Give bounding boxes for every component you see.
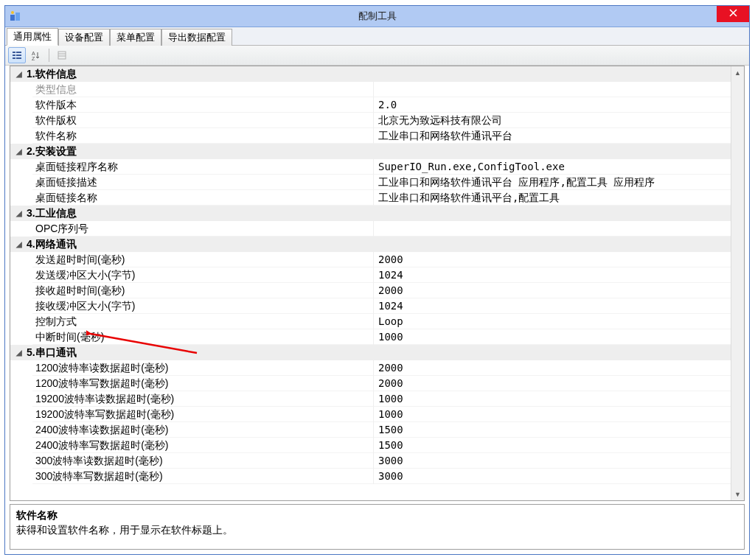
collapse-icon[interactable]: ◢ bbox=[10, 206, 24, 221]
toolbar-separator bbox=[49, 49, 49, 62]
svg-text:A: A bbox=[32, 51, 35, 56]
svg-text:Z: Z bbox=[32, 56, 35, 60]
property-label: 300波特率写数据超时(毫秒) bbox=[32, 469, 374, 484]
property-value[interactable]: 1000 bbox=[374, 391, 731, 407]
collapse-icon[interactable]: ◢ bbox=[10, 345, 24, 360]
property-row[interactable]: 300波特率读数据超时(毫秒)3000 bbox=[10, 453, 731, 469]
category-header[interactable]: ◢1.软件信息 bbox=[10, 66, 731, 82]
property-row[interactable]: 19200波特率写数据超时(毫秒)1000 bbox=[10, 407, 731, 422]
property-grid-body[interactable]: ◢1.软件信息类型信息软件版本2.0软件版权北京无为致远科技有限公司软件名称工业… bbox=[10, 66, 731, 500]
tab-general[interactable]: 通用属性 bbox=[7, 28, 58, 46]
svg-rect-7 bbox=[13, 57, 15, 59]
property-value[interactable]: 2000 bbox=[374, 283, 731, 298]
tab-bar: 通用属性 设备配置 菜单配置 导出数据配置 bbox=[5, 27, 749, 46]
property-row[interactable]: 接收超时时间(毫秒)2000 bbox=[10, 283, 731, 298]
category-header[interactable]: ◢2.安装设置 bbox=[10, 144, 731, 159]
property-label: 软件版权 bbox=[32, 113, 374, 128]
property-label: 中断时间(毫秒) bbox=[32, 329, 374, 345]
property-value[interactable]: 3000 bbox=[374, 453, 731, 469]
app-window: 配制工具 通用属性 设备配置 菜单配置 导出数据配置 A Z bbox=[4, 5, 750, 555]
category-header[interactable]: ◢3.工业信息 bbox=[10, 206, 731, 221]
property-value[interactable]: 北京无为致远科技有限公司 bbox=[374, 113, 731, 128]
property-row[interactable]: OPC序列号 bbox=[10, 221, 731, 237]
property-label: 桌面链接名称 bbox=[32, 190, 374, 206]
property-value[interactable] bbox=[374, 221, 731, 237]
tab-menu-label: 菜单配置 bbox=[116, 32, 155, 43]
category-label: 4.网络通讯 bbox=[24, 237, 373, 252]
property-row[interactable]: 发送超时时间(毫秒)2000 bbox=[10, 252, 731, 267]
vertical-scrollbar[interactable]: ▲ ▼ bbox=[731, 66, 744, 500]
svg-point-2 bbox=[11, 11, 14, 14]
tab-general-label: 通用属性 bbox=[13, 31, 52, 42]
property-value[interactable]: 1000 bbox=[374, 329, 731, 345]
property-label: 接收超时时间(毫秒) bbox=[32, 283, 374, 298]
property-value[interactable]: 1000 bbox=[374, 407, 731, 422]
tab-device-label: 设备配置 bbox=[65, 32, 103, 43]
property-row[interactable]: 接收缓冲区大小(字节)1024 bbox=[10, 298, 731, 314]
property-row[interactable]: 软件名称工业串口和网络软件通讯平台 bbox=[10, 128, 731, 144]
help-pane: 软件名称 获得和设置软件名称，用于显示在软件标题上。 bbox=[10, 504, 745, 550]
property-row[interactable]: 桌面链接描述工业串口和网络软件通讯平台 应用程序,配置工具 应用程序 bbox=[10, 175, 731, 190]
property-row[interactable]: 300波特率写数据超时(毫秒)3000 bbox=[10, 469, 731, 484]
app-icon bbox=[10, 10, 21, 22]
property-value[interactable]: 2.0 bbox=[374, 97, 731, 113]
svg-rect-0 bbox=[10, 15, 15, 21]
scroll-up-icon[interactable]: ▲ bbox=[731, 66, 744, 79]
property-label: 类型信息 bbox=[32, 82, 374, 97]
property-label: 接收缓冲区大小(字节) bbox=[32, 298, 374, 314]
title-bar[interactable]: 配制工具 bbox=[5, 6, 749, 27]
collapse-icon[interactable]: ◢ bbox=[10, 237, 24, 252]
property-pages-button[interactable] bbox=[53, 47, 71, 63]
property-value[interactable]: 工业串口和网络软件通讯平台 应用程序,配置工具 应用程序 bbox=[374, 175, 731, 190]
collapse-icon[interactable]: ◢ bbox=[10, 144, 24, 159]
property-value[interactable]: 1024 bbox=[374, 267, 731, 283]
property-row[interactable]: 类型信息 bbox=[10, 82, 731, 97]
property-row[interactable]: 软件版权北京无为致远科技有限公司 bbox=[10, 113, 731, 128]
alphabetical-view-button[interactable]: A Z bbox=[27, 47, 45, 63]
property-value[interactable] bbox=[374, 82, 731, 97]
property-value[interactable]: 2000 bbox=[374, 376, 731, 391]
property-label: 桌面链接描述 bbox=[32, 175, 374, 190]
category-header[interactable]: ◢4.网络通讯 bbox=[10, 237, 731, 252]
category-label: 2.安装设置 bbox=[24, 144, 373, 159]
property-value[interactable]: SuperIO_Run.exe,ConfigTool.exe bbox=[374, 159, 731, 175]
property-label: 发送缓冲区大小(字节) bbox=[32, 267, 374, 283]
property-value[interactable]: 工业串口和网络软件通讯平台,配置工具 bbox=[374, 190, 731, 206]
property-row[interactable]: 桌面链接程序名称SuperIO_Run.exe,ConfigTool.exe bbox=[10, 159, 731, 175]
svg-rect-6 bbox=[16, 55, 21, 56]
property-value[interactable]: 工业串口和网络软件通讯平台 bbox=[374, 128, 731, 144]
property-label: 19200波特率写数据超时(毫秒) bbox=[32, 407, 374, 422]
category-header[interactable]: ◢5.串口通讯 bbox=[10, 345, 731, 360]
property-row[interactable]: 1200波特率写数据超时(毫秒)2000 bbox=[10, 376, 731, 391]
property-value[interactable]: 2000 bbox=[374, 360, 731, 376]
svg-rect-8 bbox=[16, 57, 21, 59]
property-label: 300波特率读数据超时(毫秒) bbox=[32, 453, 374, 469]
tab-menu[interactable]: 菜单配置 bbox=[110, 29, 161, 46]
scroll-down-icon[interactable]: ▼ bbox=[731, 488, 744, 500]
tab-export[interactable]: 导出数据配置 bbox=[161, 29, 232, 46]
property-value[interactable]: Loop bbox=[374, 314, 731, 329]
property-row[interactable]: 19200波特率读数据超时(毫秒)1000 bbox=[10, 391, 731, 407]
property-row[interactable]: 软件版本2.0 bbox=[10, 97, 731, 113]
collapse-icon[interactable]: ◢ bbox=[10, 66, 24, 82]
property-row[interactable]: 控制方式Loop bbox=[10, 314, 731, 329]
close-button[interactable] bbox=[717, 6, 749, 22]
tab-device[interactable]: 设备配置 bbox=[58, 29, 110, 46]
property-label: 软件名称 bbox=[32, 128, 374, 144]
svg-rect-3 bbox=[13, 52, 15, 53]
property-row[interactable]: 发送缓冲区大小(字节)1024 bbox=[10, 267, 731, 283]
property-row[interactable]: 中断时间(毫秒)1000 bbox=[10, 329, 731, 345]
property-row[interactable]: 2400波特率读数据超时(毫秒)1500 bbox=[10, 422, 731, 438]
property-value[interactable]: 3000 bbox=[374, 469, 731, 484]
property-value[interactable]: 1024 bbox=[374, 298, 731, 314]
categorized-view-button[interactable] bbox=[8, 47, 26, 63]
property-row[interactable]: 桌面链接名称工业串口和网络软件通讯平台,配置工具 bbox=[10, 190, 731, 206]
svg-rect-4 bbox=[16, 52, 21, 53]
property-label: 1200波特率读数据超时(毫秒) bbox=[32, 360, 374, 376]
property-value[interactable]: 2000 bbox=[374, 252, 731, 267]
property-value[interactable]: 1500 bbox=[374, 422, 731, 438]
property-row[interactable]: 1200波特率读数据超时(毫秒)2000 bbox=[10, 360, 731, 376]
property-value[interactable]: 1500 bbox=[374, 438, 731, 453]
property-row[interactable]: 2400波特率写数据超时(毫秒)1500 bbox=[10, 438, 731, 453]
help-description: 获得和设置软件名称，用于显示在软件标题上。 bbox=[16, 522, 738, 537]
